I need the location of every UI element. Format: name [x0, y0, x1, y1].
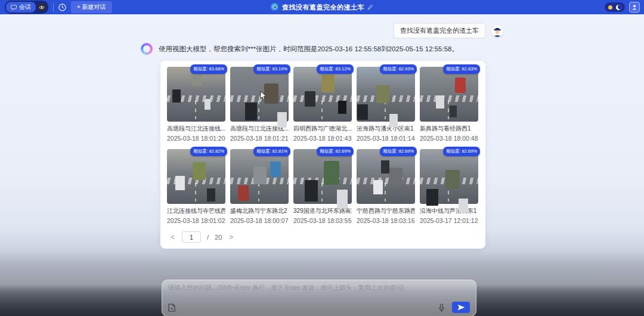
- attach-file-icon[interactable]: [168, 303, 175, 312]
- similarity-badge: 相似度: 82.81%: [253, 147, 290, 156]
- vehicle-graphic: [193, 162, 206, 180]
- page-number-input[interactable]: [182, 231, 201, 243]
- total-pages-label: 20: [215, 234, 222, 241]
- send-button[interactable]: [452, 302, 470, 313]
- result-card[interactable]: 相似度: 83.19% 高塘段与江北连接线... 2025-03-18 18:0…: [230, 67, 289, 142]
- traffic-camera-image[interactable]: 相似度: 82.83%: [420, 67, 478, 122]
- result-card[interactable]: 相似度: 83.68% 高塘段与江北连接线... 2025-03-18 18:0…: [167, 67, 225, 142]
- theme-toggle[interactable]: [605, 2, 625, 12]
- user-message-row: 查找没有遮盖完全的渣土车: [141, 23, 503, 38]
- similarity-badge: 相似度: 82.93%: [380, 64, 417, 74]
- capture-time-label: 2025-03-18 18:01:43: [293, 135, 352, 142]
- capture-time-label: 2025-03-18 18:03:16: [357, 217, 415, 224]
- capture-time-label: 2025-03-18 18:00:48: [420, 135, 478, 142]
- ai-message-row: 使用视图大模型，帮您搜索到***张图片，时间范围是2025-03-16 12:5…: [141, 43, 503, 55]
- page-separator: /: [207, 234, 209, 241]
- results-grid: 相似度: 83.68% 高塘段与江北连接线... 2025-03-18 18:0…: [167, 67, 479, 224]
- lane-line-graphic: [321, 101, 323, 119]
- vehicle-graphic: [455, 78, 466, 93]
- result-card[interactable]: 相似度: 82.69% 329国道与北环东路南2 2025-03-18 18:0…: [293, 149, 352, 224]
- result-card[interactable]: 相似度: 82.93% 沧海路与潘火小区南1 2025-03-18 18:01:…: [357, 67, 415, 142]
- composer: [162, 280, 476, 316]
- lane-line-graphic: [385, 183, 386, 202]
- capture-time-label: 2025-03-18 18:03:55: [293, 217, 352, 224]
- lane-line-graphic: [195, 101, 196, 119]
- lane-line-graphic: [385, 101, 386, 119]
- vehicle-graphic: [324, 161, 339, 185]
- next-page-button[interactable]: >: [228, 233, 234, 241]
- similarity-badge: 相似度: 82.69%: [443, 147, 480, 156]
- traffic-camera-image[interactable]: 相似度: 82.69%: [420, 149, 478, 204]
- capture-time-label: 2025-03-18 18:01:14: [357, 135, 415, 142]
- similarity-badge: 相似度: 82.83%: [443, 64, 480, 74]
- vehicle-graphic: [253, 166, 267, 184]
- pagination: < / 20 >: [169, 231, 479, 243]
- camera-location-label: 高塘段与江北连接线...: [230, 125, 289, 133]
- similarity-badge: 相似度: 83.19%: [253, 64, 290, 74]
- user-message-bubble: 查找没有遮盖完全的渣土车: [394, 23, 485, 38]
- capture-time-label: 2025-03-18 18:00:07: [230, 217, 289, 224]
- camera-location-label: 盛梅北路与宁东路北2: [230, 207, 289, 215]
- traffic-camera-image[interactable]: 相似度: 83.19%: [230, 67, 289, 122]
- result-card[interactable]: 相似度: 83.12% 四明西路与广德湖北... 2025-03-18 18:0…: [293, 67, 352, 142]
- camera-location-label: 沿海中线与芦浦村东1: [420, 207, 478, 215]
- results-panel: 相似度: 83.68% 高塘段与江北连接线... 2025-03-18 18:0…: [160, 61, 485, 249]
- result-card[interactable]: 相似度: 82.82% 江北连接线与寺芒线西1 2025-03-18 18:01…: [167, 149, 225, 224]
- similarity-badge: 相似度: 82.82%: [190, 147, 227, 156]
- camera-location-label: 高塘段与江北连接线...: [167, 125, 225, 133]
- camera-location-label: 329国道与北环东路南2: [293, 207, 352, 215]
- capture-time-label: 2025-03-18 18:01:21: [230, 135, 289, 142]
- vehicle-graphic: [389, 168, 402, 185]
- vehicle-graphic: [376, 85, 389, 103]
- result-card[interactable]: 相似度: 82.69% 宁慈西路与宁慈东路西1 2025-03-18 18:03…: [357, 149, 415, 224]
- session-label: 会话: [19, 3, 31, 11]
- prev-page-button[interactable]: <: [169, 233, 176, 241]
- capture-time-label: 2025-03-18 18:01:20: [167, 135, 225, 142]
- session-button[interactable]: 会话: [6, 2, 36, 13]
- session-pill: 会话: [5, 1, 48, 14]
- question-input[interactable]: [168, 284, 470, 302]
- lane-line-graphic: [195, 183, 196, 202]
- chat-bubble-icon: [11, 5, 17, 10]
- traffic-camera-image[interactable]: 相似度: 82.82%: [167, 149, 225, 204]
- camera-location-label: 沧海路与潘火小区南1: [357, 125, 415, 133]
- camera-location-label: 宁慈西路与宁慈东路西1: [357, 207, 415, 215]
- similarity-badge: 相似度: 83.68%: [190, 64, 227, 74]
- account-avatar[interactable]: [630, 2, 639, 12]
- result-card[interactable]: 相似度: 82.83% 新典路与看经路西1 2025-03-18 18:00:4…: [420, 67, 478, 142]
- traffic-camera-image[interactable]: 相似度: 83.68%: [167, 67, 225, 122]
- ai-message: 使用视图大模型，帮您搜索到***张图片，时间范围是2025-03-16 12:5…: [159, 45, 459, 54]
- capture-time-label: 2025-03-17 12:01:12: [420, 217, 478, 224]
- camera-location-label: 四明西路与广德湖北...: [293, 125, 352, 133]
- result-card[interactable]: 相似度: 82.81% 盛梅北路与宁东路北2 2025-03-18 18:00:…: [230, 149, 289, 224]
- history-clock-icon[interactable]: [58, 4, 66, 11]
- vehicle-graphic: [321, 75, 335, 92]
- traffic-camera-image[interactable]: 相似度: 82.93%: [357, 67, 415, 122]
- camera-location-label: 江北连接线与寺芒线西1: [167, 207, 225, 215]
- traffic-camera-image[interactable]: 相似度: 82.69%: [293, 149, 352, 204]
- conversation-title: 查找没有遮盖完全的渣土车: [282, 3, 364, 12]
- mic-icon[interactable]: [438, 303, 445, 312]
- lane-line-graphic: [321, 183, 323, 202]
- camera-location-label: 新典路与看经路西1: [420, 125, 478, 133]
- similarity-badge: 相似度: 82.69%: [380, 147, 417, 156]
- traffic-camera-image[interactable]: 相似度: 82.81%: [230, 149, 289, 204]
- result-card[interactable]: 相似度: 82.69% 沿海中线与芦浦村东1 2025-03-17 12:01:…: [420, 149, 478, 224]
- lane-line-graphic: [448, 101, 449, 119]
- vehicle-graphic: [445, 170, 460, 189]
- vehicle-graphic: [264, 83, 278, 104]
- topbar: 会话 + 新建对话 查找没有遮盖完全的渣土车: [0, 0, 644, 14]
- moon-icon: [616, 5, 621, 10]
- traffic-camera-image[interactable]: 相似度: 82.69%: [357, 149, 415, 204]
- eye-icon[interactable]: [38, 3, 46, 11]
- new-chat-button[interactable]: + 新建对话: [71, 1, 112, 13]
- edit-title-icon[interactable]: [367, 4, 373, 10]
- chat-column: 查找没有遮盖完全的渣土车 使用视图大模型，帮您搜索到***张图片，时间范围是20…: [141, 23, 503, 316]
- ai-loading-spinner-icon: [141, 43, 153, 55]
- police-user-avatar: [491, 25, 503, 37]
- app-logo-icon: [271, 3, 279, 11]
- similarity-badge: 相似度: 82.69%: [317, 147, 354, 156]
- traffic-camera-image[interactable]: 相似度: 83.12%: [293, 67, 352, 122]
- capture-time-label: 2025-03-18 18:01:02: [167, 217, 225, 224]
- similarity-badge: 相似度: 83.12%: [317, 64, 354, 74]
